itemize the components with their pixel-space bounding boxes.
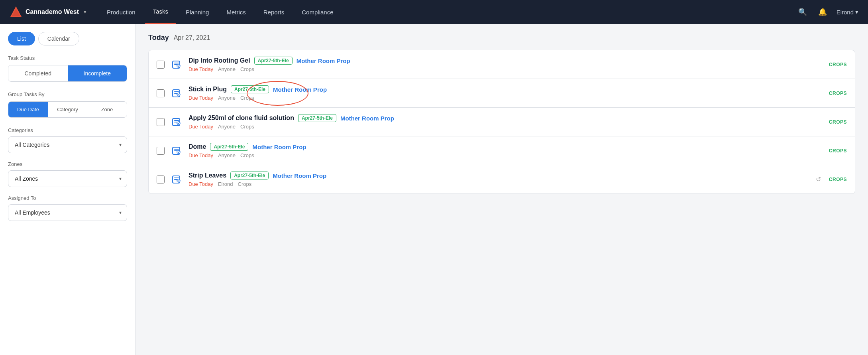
completed-button[interactable]: Completed — [8, 65, 68, 81]
main-content: Today Apr 27, 2021 Dip Into Rooting Gel … — [136, 24, 868, 355]
group-category-button[interactable]: Category — [48, 102, 87, 117]
task-assignee: Anyone — [218, 95, 236, 101]
top-nav: Cannademo West ▾ Production Tasks Planni… — [0, 0, 868, 24]
today-header: Today Apr 27, 2021 — [148, 34, 855, 42]
task-room-tag[interactable]: Mother Room Prop — [340, 115, 394, 122]
zones-label: Zones — [8, 161, 127, 167]
categories-label: Categories — [8, 127, 127, 133]
task-due-label: Due Today — [189, 95, 213, 101]
assigned-select[interactable]: All Employees — [8, 204, 127, 221]
task-row: Apply 250ml of clone fluid solution Apr2… — [148, 108, 855, 136]
task-due-label: Due Today — [189, 124, 213, 130]
task-checkbox[interactable] — [157, 118, 165, 126]
task-batch-tag: Apr27-5th-Ele — [254, 57, 293, 65]
brand-chevron: ▾ — [84, 9, 86, 15]
group-due-date-button[interactable]: Due Date — [8, 102, 48, 117]
task-type-icon — [171, 145, 182, 156]
task-due-label: Due Today — [189, 152, 213, 158]
task-type-icon — [171, 174, 182, 185]
crops-badge: CROPS — [829, 91, 847, 96]
task-title: Stick in Plug — [189, 86, 227, 93]
crops-badge: CROPS — [829, 177, 847, 182]
layout: List Calendar Task Status Completed Inco… — [0, 24, 868, 355]
task-room-tag[interactable]: Mother Room Prop — [273, 86, 327, 93]
today-label: Today — [148, 34, 169, 42]
task-type-icon — [171, 88, 182, 99]
task-room-tag[interactable]: Mother Room Prop — [297, 57, 350, 64]
task-title: Strip Leaves — [189, 172, 226, 179]
task-title: Dome — [189, 143, 206, 150]
calendar-view-button[interactable]: Calendar — [38, 32, 79, 45]
task-row: Dome Apr27-5th-Ele Mother Room Prop Due … — [148, 136, 855, 165]
task-due-label: Due Today — [189, 66, 213, 72]
search-button[interactable]: 🔍 — [797, 6, 809, 18]
task-batch-tag: Apr27-5th-Ele — [210, 143, 248, 151]
brand-logo — [10, 6, 22, 18]
task-title: Dip Into Rooting Gel — [189, 57, 250, 64]
task-checkbox[interactable] — [157, 89, 165, 97]
task-row: Strip Leaves Apr27-5th-Ele Mother Room P… — [148, 165, 855, 194]
task-content: Apply 250ml of clone fluid solution Apr2… — [189, 114, 823, 130]
nav-links: Production Tasks Planning Metrics Report… — [99, 0, 797, 24]
user-menu[interactable]: Elrond ▾ — [837, 8, 858, 16]
task-status-label: Task Status — [8, 55, 127, 61]
task-room-tag[interactable]: Mother Room Prop — [252, 144, 306, 150]
nav-production[interactable]: Production — [99, 0, 143, 24]
nav-planning[interactable]: Planning — [178, 0, 217, 24]
nav-metrics[interactable]: Metrics — [218, 0, 253, 24]
status-toggle: Completed Incomplete — [8, 65, 127, 82]
task-batch-tag: Apr27-5th-Ele — [298, 114, 336, 122]
task-room-tag[interactable]: Mother Room Prop — [273, 172, 326, 179]
categories-select[interactable]: All Categories — [8, 136, 127, 153]
zones-select[interactable]: All Zones — [8, 170, 127, 187]
user-name: Elrond — [837, 9, 854, 16]
group-tasks-label: Group Tasks By — [8, 91, 127, 97]
today-date: Apr 27, 2021 — [174, 34, 210, 41]
task-category: Crops — [240, 152, 254, 158]
task-batch-tag: Apr27-5th-Ele — [230, 172, 269, 179]
task-assignee: Elrond — [218, 181, 233, 187]
task-category: Crops — [240, 66, 254, 72]
task-content: Dome Apr27-5th-Ele Mother Room Prop Due … — [189, 143, 823, 158]
crops-badge: CROPS — [829, 148, 847, 154]
task-due-label: Due Today — [189, 181, 213, 187]
undo-icon[interactable]: ↺ — [816, 176, 821, 183]
brand-name: Cannademo West — [26, 8, 79, 16]
nav-reports[interactable]: Reports — [255, 0, 293, 24]
task-checkbox[interactable] — [157, 147, 165, 155]
task-category: Crops — [240, 124, 254, 130]
zones-select-wrapper: All Zones ▾ — [8, 170, 127, 187]
task-type-icon — [171, 59, 182, 70]
task-batch-tag: Apr27-5th-Ele — [231, 85, 269, 93]
task-checkbox[interactable] — [157, 61, 165, 69]
task-content: Strip Leaves Apr27-5th-Ele Mother Room P… — [189, 172, 809, 187]
crops-badge: CROPS — [829, 119, 847, 125]
task-content: Dip Into Rooting Gel Apr27-5th-Ele Mothe… — [189, 57, 823, 72]
list-view-button[interactable]: List — [8, 32, 35, 45]
task-row: Dip Into Rooting Gel Apr27-5th-Ele Mothe… — [148, 50, 855, 79]
assigned-select-wrapper: All Employees ▾ — [8, 204, 127, 221]
view-toggle: List Calendar — [8, 32, 127, 45]
notifications-button[interactable]: 🔔 — [817, 6, 829, 18]
nav-compliance[interactable]: Compliance — [294, 0, 341, 24]
user-chevron: ▾ — [855, 8, 858, 16]
group-zone-button[interactable]: Zone — [87, 102, 127, 117]
task-content: Stick in Plug Apr27-5th-Ele Mother Room … — [189, 85, 823, 101]
group-toggle: Due Date Category Zone — [8, 101, 127, 118]
task-category: Crops — [238, 181, 252, 187]
incomplete-button[interactable]: Incomplete — [68, 65, 127, 81]
assigned-to-label: Assigned To — [8, 195, 127, 201]
task-assignee: Anyone — [218, 124, 236, 130]
task-type-icon — [171, 116, 182, 128]
nav-right: 🔍 🔔 Elrond ▾ — [797, 6, 858, 18]
task-category: Crops — [240, 95, 254, 101]
task-row: Stick in Plug Apr27-5th-Ele Mother Room … — [148, 79, 855, 108]
task-checkbox[interactable] — [157, 176, 165, 183]
categories-select-wrapper: All Categories ▾ — [8, 136, 127, 153]
brand[interactable]: Cannademo West ▾ — [10, 6, 86, 18]
sidebar: List Calendar Task Status Completed Inco… — [0, 24, 136, 355]
task-assignee: Anyone — [218, 152, 236, 158]
crops-badge: CROPS — [829, 62, 847, 67]
nav-tasks[interactable]: Tasks — [145, 0, 176, 24]
task-list: Dip Into Rooting Gel Apr27-5th-Ele Mothe… — [148, 50, 855, 194]
